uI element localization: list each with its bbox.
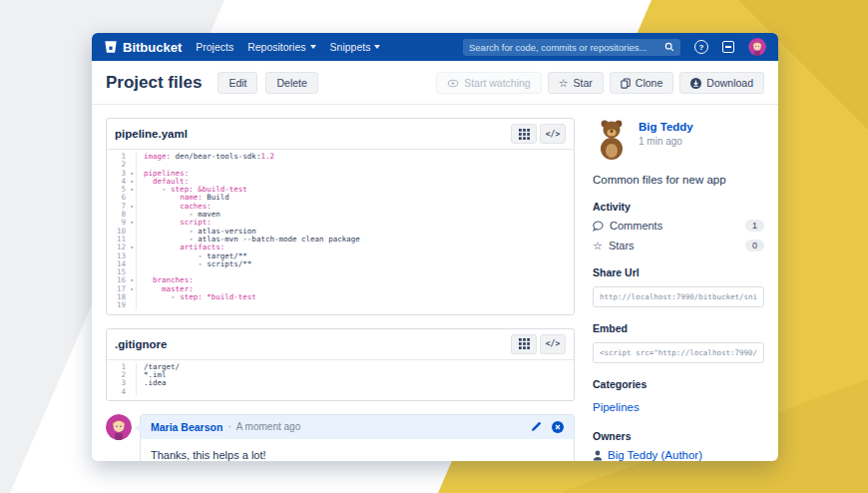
comment-timestamp: A moment ago: [236, 421, 300, 432]
fold-caret-icon[interactable]: [128, 388, 136, 396]
owners-heading: Owners: [593, 430, 764, 442]
file-card: .gitignore </>: [106, 328, 575, 401]
grid-icon: [519, 129, 530, 140]
code-line: 1image: den/bear-tools-sdk:1.2: [107, 153, 574, 161]
fold-caret-icon[interactable]: [128, 211, 136, 219]
owner-row: Big Teddy (Author): [593, 449, 764, 461]
code-text: image: den/bear-tools-sdk:1.2: [137, 153, 274, 161]
app-window: Bitbucket Projects Repositories Snippets…: [92, 33, 778, 461]
edit-comment-icon[interactable]: [531, 421, 542, 432]
commenter-avatar: [106, 414, 132, 440]
top-navbar: Bitbucket Projects Repositories Snippets…: [92, 33, 778, 61]
fold-caret-icon[interactable]: [128, 268, 136, 276]
page-header: Project files Edit Delete Start watching…: [92, 61, 778, 105]
embed-input[interactable]: [593, 342, 764, 363]
comment-bubble-icon: [593, 221, 604, 232]
clone-icon: [621, 78, 631, 89]
feedback-icon[interactable]: [722, 41, 734, 53]
help-icon[interactable]: ?: [694, 40, 708, 54]
nav-repositories[interactable]: Repositories: [247, 41, 315, 53]
sidebar: Big Teddy 1 min ago Common files for new…: [593, 118, 764, 461]
comment-bubble: Maria Bearson · A moment ago: [140, 414, 575, 461]
header-actions: Start watching ☆ Star Clone Download: [436, 72, 764, 94]
fold-caret-icon[interactable]: [128, 379, 136, 387]
fold-caret-icon[interactable]: [128, 260, 136, 268]
code-line: 14 - scripts/**: [107, 260, 574, 268]
file-name: .gitignore: [115, 338, 167, 350]
bitbucket-logo[interactable]: Bitbucket: [104, 40, 182, 55]
comment-header: Maria Bearson · A moment ago: [141, 415, 574, 439]
fold-caret-icon[interactable]: [128, 293, 136, 301]
fold-caret-icon[interactable]: [128, 228, 136, 236]
fold-caret-icon[interactable]: [128, 236, 136, 244]
eye-icon: [447, 79, 459, 88]
fold-caret-icon[interactable]: ▾: [128, 244, 136, 251]
search-input[interactable]: [469, 42, 660, 53]
stars-label: Stars: [609, 240, 635, 251]
bucket-icon: [104, 40, 118, 54]
share-url-heading: Share Url: [593, 266, 764, 278]
comment: Maria Bearson · A moment ago: [106, 414, 575, 461]
file-card: pipeline.yaml <: [106, 118, 575, 315]
category-link-pipelines[interactable]: Pipelines: [593, 401, 640, 413]
maria-avatar-image: [748, 38, 766, 56]
download-icon: [690, 78, 701, 89]
code-lines: 1image: den/bear-tools-sdk:1.223▾pipelin…: [107, 150, 574, 314]
maria-avatar-image: [106, 414, 132, 440]
start-watching-button[interactable]: Start watching: [436, 72, 542, 94]
fold-caret-icon[interactable]: [128, 252, 136, 260]
grid-icon: [519, 338, 530, 349]
owner-link[interactable]: Big Teddy (Author): [608, 449, 702, 461]
source-view-button[interactable]: </>: [540, 334, 566, 354]
person-icon: [593, 450, 603, 461]
download-button[interactable]: Download: [679, 72, 764, 94]
fold-caret-icon[interactable]: [128, 371, 136, 379]
grid-view-button[interactable]: [511, 124, 537, 144]
files-column: pipeline.yaml <: [106, 118, 575, 461]
delete-button[interactable]: Delete: [265, 72, 317, 94]
brand-name: Bitbucket: [123, 40, 182, 55]
fold-caret-icon[interactable]: ▾: [128, 285, 136, 293]
share-url-input[interactable]: [593, 286, 764, 307]
source-view-button[interactable]: </>: [540, 124, 566, 144]
fold-caret-icon[interactable]: [128, 153, 136, 161]
author-name-link[interactable]: Big Teddy: [639, 121, 693, 133]
code-text: - step: *build-test: [137, 293, 256, 301]
clone-button[interactable]: Clone: [610, 72, 673, 94]
fold-caret-icon[interactable]: [128, 301, 136, 309]
stars-row[interactable]: ☆ Stars 0: [593, 240, 764, 251]
snippet-author: Big Teddy 1 min ago: [593, 118, 764, 160]
global-search[interactable]: [463, 39, 680, 56]
file-card-header: pipeline.yaml <: [107, 119, 574, 150]
star-button[interactable]: ☆ Star: [548, 72, 604, 94]
grid-view-button[interactable]: [511, 334, 537, 354]
fold-caret-icon[interactable]: ▾: [128, 219, 136, 227]
comment-body: Thanks, this helps a lot!: [141, 439, 574, 461]
fold-caret-icon[interactable]: ▾: [128, 170, 136, 178]
code-text: [137, 268, 144, 276]
stars-count-badge: 0: [745, 240, 764, 251]
code-icon: </>: [546, 339, 560, 348]
code-line: 4: [107, 388, 574, 396]
file-view-toggle: </>: [511, 334, 566, 354]
fold-caret-icon[interactable]: ▾: [128, 276, 136, 284]
fold-caret-icon[interactable]: [128, 194, 136, 202]
user-avatar[interactable]: [748, 38, 766, 56]
code-line: 1/target/: [107, 363, 574, 371]
fold-caret-icon[interactable]: [128, 363, 136, 371]
nav-snippets[interactable]: Snippets: [330, 41, 381, 53]
nav-projects[interactable]: Projects: [196, 41, 233, 53]
fold-caret-icon[interactable]: ▾: [128, 186, 136, 194]
fold-caret-icon[interactable]: [128, 161, 136, 169]
fold-caret-icon[interactable]: ▾: [128, 203, 136, 211]
edit-button[interactable]: Edit: [217, 72, 257, 94]
line-number: 19: [107, 301, 128, 309]
file-name: pipeline.yaml: [115, 128, 188, 140]
comments-row[interactable]: Comments 1: [593, 220, 764, 232]
comment-author-link[interactable]: Maria Bearson: [151, 421, 222, 433]
fold-caret-icon[interactable]: ▾: [128, 178, 136, 186]
delete-comment-icon[interactable]: [552, 421, 564, 433]
comments-count-badge: 1: [745, 220, 764, 232]
chevron-down-icon: [374, 45, 380, 49]
file-card-header: .gitignore </>: [107, 329, 574, 360]
